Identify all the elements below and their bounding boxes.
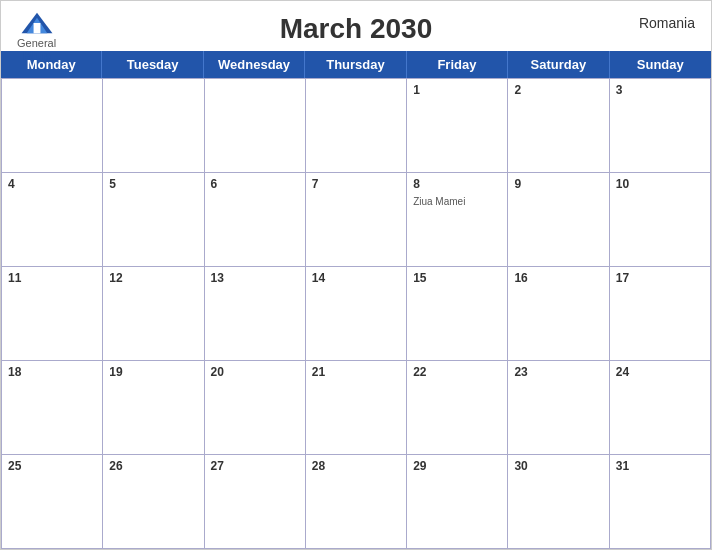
date-7: 7 <box>312 177 400 191</box>
date-10: 10 <box>616 177 704 191</box>
date-9: 9 <box>514 177 602 191</box>
date-17: 17 <box>616 271 704 285</box>
table-row: 31 <box>610 455 711 549</box>
date-29: 29 <box>413 459 501 473</box>
table-row: 16 <box>508 267 609 361</box>
date-23: 23 <box>514 365 602 379</box>
table-row: 13 <box>205 267 306 361</box>
date-27: 27 <box>211 459 299 473</box>
table-row: 12 <box>103 267 204 361</box>
header-friday: Friday <box>407 51 508 78</box>
date-15: 15 <box>413 271 501 285</box>
table-row <box>103 79 204 173</box>
header-thursday: Thursday <box>305 51 406 78</box>
table-row: 15 <box>407 267 508 361</box>
table-row: 11 <box>2 267 103 361</box>
table-row <box>306 79 407 173</box>
calendar-title: March 2030 <box>21 13 691 45</box>
header-saturday: Saturday <box>508 51 609 78</box>
table-row: 30 <box>508 455 609 549</box>
table-row: 3 <box>610 79 711 173</box>
table-row: 24 <box>610 361 711 455</box>
day-headers-row: Monday Tuesday Wednesday Thursday Friday… <box>1 51 711 78</box>
date-16: 16 <box>514 271 602 285</box>
event-ziua-mamei: Ziua Mamei <box>413 196 465 207</box>
table-row: 18 <box>2 361 103 455</box>
table-row: 14 <box>306 267 407 361</box>
date-5: 5 <box>109 177 197 191</box>
logo-blue-text: Blue <box>22 49 50 63</box>
table-row: 22 <box>407 361 508 455</box>
calendar-header: General Blue March 2030 Romania <box>1 1 711 51</box>
date-13: 13 <box>211 271 299 285</box>
header-wednesday: Wednesday <box>204 51 305 78</box>
table-row: 5 <box>103 173 204 267</box>
table-row: 19 <box>103 361 204 455</box>
date-31: 31 <box>616 459 704 473</box>
date-19: 19 <box>109 365 197 379</box>
table-row: 10 <box>610 173 711 267</box>
date-22: 22 <box>413 365 501 379</box>
table-row: 27 <box>205 455 306 549</box>
header-tuesday: Tuesday <box>102 51 203 78</box>
table-row: 2 <box>508 79 609 173</box>
table-row: 28 <box>306 455 407 549</box>
table-row: 20 <box>205 361 306 455</box>
table-row: 29 <box>407 455 508 549</box>
country-label: Romania <box>639 15 695 31</box>
logo-area: General Blue <box>17 11 56 63</box>
date-26: 26 <box>109 459 197 473</box>
table-row: 9 <box>508 173 609 267</box>
header-sunday: Sunday <box>610 51 711 78</box>
table-row: 26 <box>103 455 204 549</box>
date-30: 30 <box>514 459 602 473</box>
table-row: 7 <box>306 173 407 267</box>
date-14: 14 <box>312 271 400 285</box>
table-row <box>2 79 103 173</box>
date-11: 11 <box>8 271 96 285</box>
date-21: 21 <box>312 365 400 379</box>
calendar-container: General Blue March 2030 Romania Monday T… <box>0 0 712 550</box>
table-row: 1 <box>407 79 508 173</box>
date-24: 24 <box>616 365 704 379</box>
date-20: 20 <box>211 365 299 379</box>
table-row: 8 Ziua Mamei <box>407 173 508 267</box>
date-1: 1 <box>413 83 501 97</box>
date-12: 12 <box>109 271 197 285</box>
calendar-grid: 1 2 3 4 5 6 7 8 Ziua Mamei 9 10 <box>1 78 711 549</box>
table-row: 25 <box>2 455 103 549</box>
logo-icon <box>19 11 55 35</box>
date-8: 8 <box>413 177 501 191</box>
date-4: 4 <box>8 177 96 191</box>
table-row: 6 <box>205 173 306 267</box>
date-3: 3 <box>616 83 704 97</box>
date-6: 6 <box>211 177 299 191</box>
date-18: 18 <box>8 365 96 379</box>
table-row <box>205 79 306 173</box>
svg-rect-2 <box>33 23 40 33</box>
table-row: 4 <box>2 173 103 267</box>
date-25: 25 <box>8 459 96 473</box>
date-2: 2 <box>514 83 602 97</box>
table-row: 23 <box>508 361 609 455</box>
table-row: 17 <box>610 267 711 361</box>
table-row: 21 <box>306 361 407 455</box>
date-28: 28 <box>312 459 400 473</box>
